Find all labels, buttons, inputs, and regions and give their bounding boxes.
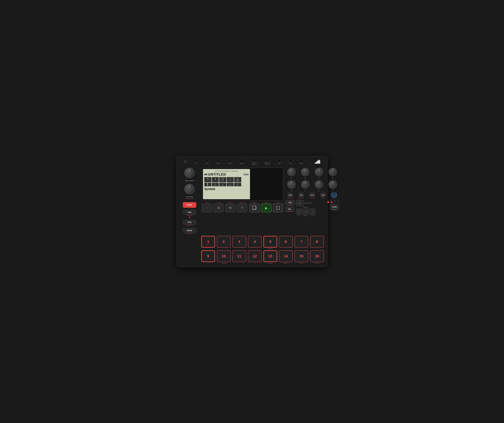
fx-icon: FX	[229, 207, 232, 209]
knob-g[interactable]	[315, 180, 324, 189]
pad-6-number: 6	[285, 240, 287, 244]
pad-8[interactable]: 8	[310, 236, 324, 248]
yes-no-column: YES Save Ptn NO Reload Ptn	[285, 200, 295, 212]
paste-button[interactable]	[273, 204, 283, 212]
knob-f-wrap: F	[299, 180, 312, 191]
main-volume-knob[interactable]	[184, 168, 195, 179]
amp-button[interactable]: AMP	[321, 193, 326, 197]
pad-13-number: 13	[268, 254, 272, 258]
copy-button[interactable]	[249, 204, 260, 212]
bank-button[interactable]: BANK	[183, 228, 196, 233]
pad-15[interactable]: 15	[294, 250, 308, 262]
pad-11-sublabel	[232, 263, 247, 264]
knob-e[interactable]	[287, 180, 296, 189]
input-l-connector	[217, 159, 220, 162]
func-button[interactable]: FUNC	[183, 202, 196, 208]
knob-c[interactable]	[315, 168, 324, 176]
port-power[interactable]: Power	[300, 159, 303, 164]
knob-h-label: H	[332, 190, 333, 191]
pad-5-number: 5	[269, 240, 271, 244]
knob-h[interactable]	[328, 180, 337, 189]
sound-button[interactable]: ···	[202, 204, 212, 212]
pad-10[interactable]: 10	[217, 250, 231, 262]
page-button[interactable]: PAGE	[330, 204, 339, 210]
main-volume-label: Main Volume	[185, 180, 194, 181]
pad-5[interactable]: 5	[264, 236, 277, 248]
left-arrow-icon: <	[298, 210, 300, 213]
pad-9-number: 9	[207, 254, 209, 258]
left-arrow-button[interactable]: <	[296, 209, 302, 215]
mute-mode-label: Mute Mode	[186, 233, 193, 234]
pad-4-number: 4	[254, 240, 256, 244]
copy-icon	[253, 206, 256, 210]
pad-13-retrig: Retrig	[270, 263, 273, 264]
port-midi-thru-label: MIDI ThruSync B	[264, 162, 270, 165]
screen-bpm: ♩120.0	[243, 173, 249, 175]
pad-7[interactable]: 7	[294, 236, 308, 248]
time-2-4-led	[331, 202, 332, 203]
syn-button[interactable]: SYN	[299, 193, 304, 197]
level-data-knob[interactable]	[184, 184, 195, 195]
clear-btn-wrap: Clear ▶	[261, 202, 271, 212]
routing-btn-wrap: Routing FX	[225, 202, 235, 212]
pads-row-1: ······· 1 — 2 3 — 4 5 6	[201, 236, 324, 248]
knob-d[interactable]	[328, 168, 337, 176]
brand-logo	[314, 159, 320, 165]
play-icon: ▶	[265, 206, 268, 210]
pad-14[interactable]: 14	[279, 250, 293, 262]
right-arrow-button[interactable]: >	[309, 209, 316, 215]
power-switch[interactable]	[300, 159, 303, 162]
pad-1[interactable]: ······· 1 —	[201, 236, 215, 248]
play-clear-button[interactable]: ▶	[261, 204, 271, 212]
knob-f[interactable]	[301, 180, 310, 189]
trig-label: TRIG	[288, 194, 292, 196]
knob-b[interactable]	[301, 168, 310, 176]
down-arrow-button[interactable]: ∨	[303, 209, 309, 215]
midi-thru-connector	[265, 158, 269, 162]
time-3-4-label: 3:4	[334, 200, 336, 201]
pad-11[interactable]: 11	[232, 250, 246, 262]
pad-6[interactable]: 6	[279, 236, 293, 248]
lfo-label: LFO	[332, 195, 336, 196]
up-arrow-button[interactable]: ∧	[296, 200, 303, 206]
param-dep: ◎ DEP	[234, 183, 241, 186]
pad-12[interactable]: 12	[248, 250, 262, 262]
trig-button[interactable]: TRIG	[288, 193, 293, 197]
pad-9[interactable]: ······· 9 —	[201, 250, 215, 262]
port-input-r-label: Input R	[228, 163, 232, 164]
screen-wrapper: 12 Track Drum Computer & Synthesizer A09…	[202, 168, 283, 201]
pad-4[interactable]: 4	[248, 236, 262, 248]
knob-e-label: E	[291, 190, 292, 191]
sound-icon: ···	[206, 206, 208, 209]
right-panel: A B C D E	[285, 168, 339, 234]
tap-tempo-btn-wrap: Tap Tempo ✎	[237, 202, 247, 212]
time-sig-1-4: 1:4	[327, 200, 329, 203]
control-section: YES Save Ptn NO Reload Ptn ∧	[285, 200, 339, 216]
pad-13-sublabel: M1/Retrig	[264, 263, 278, 264]
pad-4-sublabel	[248, 248, 263, 249]
pad-3[interactable]: 3 —	[232, 236, 246, 248]
knob-a[interactable]	[287, 168, 296, 176]
ptn-button[interactable]: PTN	[183, 220, 196, 225]
pad-6-sublabel	[279, 248, 294, 249]
syn-label: SYN	[300, 194, 303, 196]
time-sig-leds: 1:4 2:4 3:4 4:4	[327, 200, 339, 203]
routing-button[interactable]: FX	[225, 204, 235, 212]
trk-button[interactable]: TRK	[183, 210, 196, 215]
up-arrow-row: ∧ Modifier Setup	[296, 200, 316, 206]
port-midi-out-sync-a: MIDI OutSync A	[252, 158, 257, 165]
pad-7-number: 7	[300, 240, 302, 244]
right-arrow-icon: >	[312, 210, 313, 213]
pad-12-sublabel: ·····:	[248, 263, 263, 264]
pad-2[interactable]: 2	[217, 236, 231, 248]
headphone-connector: 🎧	[184, 160, 187, 163]
tap-tempo-button[interactable]: ✎	[237, 204, 247, 212]
lfo-button[interactable]: LFO	[331, 193, 336, 197]
pads-left-buttons	[180, 236, 200, 265]
pad-14-velocity: Velocity	[285, 263, 289, 264]
save-proj-button[interactable]: ⚙	[213, 204, 224, 212]
pad-13[interactable]: 13	[264, 250, 277, 262]
fltr-button[interactable]: FLTR	[309, 193, 315, 197]
pad-16[interactable]: 16	[310, 250, 324, 262]
screen-subtitle: 12 Track Drum Computer & Synthesizer	[204, 170, 249, 172]
